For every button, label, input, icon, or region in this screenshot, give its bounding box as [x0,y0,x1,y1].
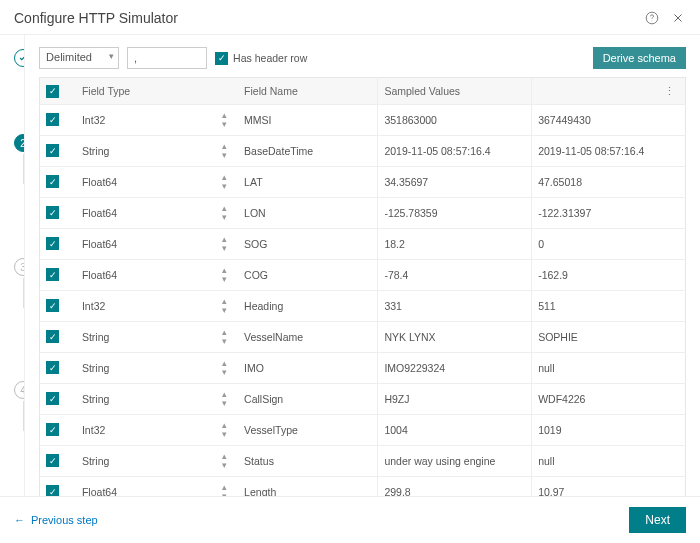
row-checkbox[interactable]: ✓ [40,352,76,383]
delimiter-input[interactable] [127,47,207,69]
drag-handle-icon[interactable]: ▴▾ [216,135,238,166]
svg-point-1 [652,21,653,22]
sample-value-cell: null [532,445,686,476]
drag-handle-icon[interactable]: ▴▾ [216,352,238,383]
field-name-cell[interactable]: CallSign [238,383,378,414]
drag-handle-icon[interactable]: ▴▾ [216,259,238,290]
field-name-cell[interactable]: COG [238,259,378,290]
dialog-footer: ← Previous step Next [0,496,700,543]
schema-panel: Delimited ✓ Has header row Derive schema… [25,35,700,496]
drag-handle-icon[interactable]: ▴▾ [216,476,238,496]
previous-step-link[interactable]: ← Previous step [14,514,98,526]
field-type-select[interactable]: Int32 [76,290,216,321]
format-select[interactable]: Delimited [39,47,119,69]
field-type-select[interactable]: Float64 [76,476,216,496]
row-checkbox[interactable]: ✓ [40,197,76,228]
configure-http-simulator-dialog: Configure HTTP Simulator Configure S [0,0,700,543]
table-row: ✓String▴▾BaseDateTime2019-11-05 08:57:16… [40,135,686,166]
field-type-select[interactable]: Float64 [76,228,216,259]
row-checkbox[interactable]: ✓ [40,166,76,197]
field-name-cell[interactable]: Status [238,445,378,476]
sample-value-cell: 351863000 [378,104,532,135]
field-type-select[interactable]: Int32 [76,414,216,445]
drag-handle-icon[interactable]: ▴▾ [216,104,238,135]
table-row: ✓Float64▴▾SOG18.20 [40,228,686,259]
select-all-checkbox[interactable]: ✓ [40,78,76,105]
sample-value-cell: 367449430 [532,104,686,135]
field-type-select[interactable]: String [76,321,216,352]
sample-value-cell: -122.31397 [532,197,686,228]
table-row: ✓String▴▾Statusunder way using enginenul… [40,445,686,476]
columns-menu-icon[interactable]: ⋮ [532,78,686,105]
table-row: ✓Float64▴▾LAT34.3569747.65018 [40,166,686,197]
help-icon[interactable] [644,10,660,26]
field-type-select[interactable]: Float64 [76,166,216,197]
step-connector [23,401,24,431]
table-row: ✓Float64▴▾COG-78.4-162.9 [40,259,686,290]
row-checkbox[interactable]: ✓ [40,228,76,259]
drag-handle-icon[interactable]: ▴▾ [216,166,238,197]
row-checkbox[interactable]: ✓ [40,104,76,135]
row-checkbox[interactable]: ✓ [40,135,76,166]
field-type-select[interactable]: Int32 [76,104,216,135]
next-button[interactable]: Next [629,507,686,533]
drag-handle-icon[interactable]: ▴▾ [216,290,238,321]
row-checkbox[interactable]: ✓ [40,445,76,476]
field-type-select[interactable]: String [76,445,216,476]
sample-value-cell: WDF4226 [532,383,686,414]
field-name-cell[interactable]: Length [238,476,378,496]
drag-handle-icon[interactable]: ▴▾ [216,445,238,476]
step-number-icon: 4 [14,381,25,399]
sample-value-cell: NYK LYNX [378,321,532,352]
row-checkbox[interactable]: ✓ [40,259,76,290]
sample-value-cell: 1004 [378,414,532,445]
row-checkbox[interactable]: ✓ [40,321,76,352]
sample-value-cell: 10.97 [532,476,686,496]
field-name-cell[interactable]: VesselName [238,321,378,352]
field-type-select[interactable]: Float64 [76,259,216,290]
field-name-cell[interactable]: SOG [238,228,378,259]
sample-value-cell: 331 [378,290,532,321]
field-type-select[interactable]: Float64 [76,197,216,228]
table-row: ✓Int32▴▾Heading331511 [40,290,686,321]
drag-handle-icon[interactable]: ▴▾ [216,383,238,414]
schema-table: ✓ Field Type Field Name Sampled Values ⋮… [39,77,686,496]
field-name-cell[interactable]: BaseDateTime [238,135,378,166]
checkbox-label: Has header row [233,52,307,64]
close-icon[interactable] [670,10,686,26]
schema-toolbar: Delimited ✓ Has header row Derive schema [39,47,686,69]
row-checkbox[interactable]: ✓ [40,383,76,414]
derive-schema-button[interactable]: Derive schema [593,47,686,69]
sample-value-cell: 1019 [532,414,686,445]
sample-value-cell: 2019-11-05 08:57:16.4 [532,135,686,166]
sample-value-cell: 511 [532,290,686,321]
field-name-cell[interactable]: Heading [238,290,378,321]
table-row: ✓String▴▾VesselNameNYK LYNXSOPHIE [40,321,686,352]
table-row: ✓String▴▾CallSignH9ZJWDF4226 [40,383,686,414]
has-header-row-checkbox[interactable]: ✓ Has header row [215,52,307,65]
field-name-cell[interactable]: LAT [238,166,378,197]
sample-value-cell: 47.65018 [532,166,686,197]
drag-handle-icon[interactable]: ▴▾ [216,321,238,352]
sample-value-cell: -125.78359 [378,197,532,228]
check-icon [14,49,25,67]
field-name-cell[interactable]: VesselType [238,414,378,445]
step-number-icon: 2 [14,134,25,152]
table-row: ✓String▴▾IMOIMO9229324null [40,352,686,383]
drag-handle-icon[interactable]: ▴▾ [216,197,238,228]
field-name-cell[interactable]: IMO [238,352,378,383]
step-number-icon: 3 [14,258,25,276]
row-checkbox[interactable]: ✓ [40,414,76,445]
field-type-select[interactable]: String [76,135,216,166]
row-checkbox[interactable]: ✓ [40,476,76,496]
sample-value-cell: -78.4 [378,259,532,290]
field-name-cell[interactable]: LON [238,197,378,228]
row-checkbox[interactable]: ✓ [40,290,76,321]
field-name-cell[interactable]: MMSI [238,104,378,135]
drag-handle-icon[interactable]: ▴▾ [216,228,238,259]
drag-handle-icon[interactable]: ▴▾ [216,414,238,445]
col-field-type: Field Type [76,78,238,105]
col-field-name: Field Name [238,78,378,105]
field-type-select[interactable]: String [76,383,216,414]
field-type-select[interactable]: String [76,352,216,383]
